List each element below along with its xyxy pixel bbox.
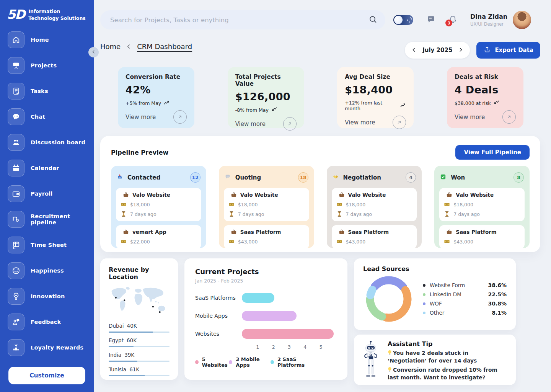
sidebar-item-loyalty-rewards[interactable]: Loyalty Rewards (8, 339, 86, 356)
view-more-arrow-button[interactable] (173, 110, 187, 124)
location-bar-track (109, 361, 170, 362)
assistant-tip-card: Assistant Tip You have 2 deals stuck in … (354, 335, 516, 385)
deal-card[interactable]: Saas Platform$43,000 (224, 225, 309, 248)
sidebar-item-label: Time Sheet (31, 242, 67, 248)
deal-card[interactable]: Valo Website$18,0007 days ago (116, 188, 201, 221)
customize-button[interactable]: Customize (8, 367, 85, 384)
revenue-by-location-card: Revenue by Location (100, 258, 178, 380)
legend-dot (423, 312, 425, 314)
briefcase-icon (446, 192, 452, 198)
sidebar-item-payroll[interactable]: Payroll (8, 185, 86, 202)
deal-card[interactable]: Valo Website$18,0007 days ago (332, 188, 417, 221)
view-full-pipeline-button[interactable]: View Full Pipeline (455, 145, 530, 160)
stat-title: Deals at Risk (455, 74, 516, 80)
stat-value: 42% (126, 84, 187, 96)
calendar-icon (8, 160, 24, 176)
sidebar-item-projects[interactable]: Projects (8, 57, 86, 74)
deal-card[interactable]: Valo Website$18,0007 days ago (439, 188, 525, 221)
search-icon[interactable] (368, 15, 378, 25)
speech-icon (225, 174, 232, 181)
deal-card[interactable]: Valo Website$18,0007 days ago (224, 188, 309, 221)
projects-legend: 5 Websites3 Mobile Apps2 SaaS Platforms (195, 356, 320, 368)
location-value: 40K (127, 323, 137, 329)
user-menu[interactable]: Dina Zidan UX/UI Designer (470, 13, 507, 27)
column-name: Contacted (127, 174, 187, 181)
sidebar-item-chat[interactable]: Chat (8, 108, 86, 125)
sidebar-item-label: Projects (31, 62, 57, 69)
briefcase-icon (446, 229, 452, 235)
view-more-link[interactable]: View more (455, 114, 485, 121)
deal-card[interactable]: Saas Platform$43,000 (332, 225, 417, 248)
brand: 5D Information Technology Solutions (0, 7, 94, 21)
search-bar (100, 10, 385, 29)
hourglass-icon (121, 211, 127, 217)
robot-illustration (359, 340, 383, 381)
location-value: 61K (129, 366, 139, 372)
innovation-icon (8, 288, 24, 305)
month-next-button[interactable] (455, 45, 466, 56)
sidebar-item-calendar[interactable]: Calendar (8, 160, 86, 176)
breadcrumb-home[interactable]: Home (100, 42, 121, 51)
search-input[interactable] (110, 16, 368, 24)
topbar: 3 Dina Zidan UX/UI Designer (100, 10, 540, 29)
location-bar-track (109, 375, 170, 376)
money-icon (121, 238, 127, 245)
location-row-india: India39K (109, 352, 170, 362)
view-more-arrow-button[interactable] (393, 116, 406, 129)
project-bar (242, 311, 297, 321)
sidebar-item-happiness[interactable]: Happiness (8, 262, 86, 279)
project-bar (242, 329, 334, 339)
stat-delta: -8% from May (235, 107, 297, 113)
dark-mode-toggle[interactable] (393, 15, 413, 25)
month-prev-button[interactable] (409, 45, 419, 56)
sidebar-collapse-button[interactable] (88, 47, 99, 57)
sidebar-item-label: Tasks (31, 88, 48, 94)
deal-name: Saas Platform (348, 229, 389, 235)
deal-value: $18,000 (453, 202, 473, 207)
hourglass-icon (336, 211, 342, 217)
sidebar-item-discussion-board[interactable]: Discussion board (8, 134, 86, 151)
sidebar-item-label: Discussion board (31, 139, 85, 145)
sidebar-nav: HomeProjectsTasksChatDiscussion boardCal… (0, 31, 94, 363)
column-count-badge: 4 (406, 172, 416, 183)
view-more-arrow-button[interactable] (502, 110, 516, 124)
export-data-button[interactable]: Export Data (476, 42, 540, 59)
lead-sources-legend: Website Form38.6%LinkedIn DM22.5%WOF30.8… (423, 282, 507, 316)
view-more-link[interactable]: View more (345, 119, 375, 126)
sidebar-item-home[interactable]: Home (8, 31, 86, 48)
deal-card[interactable]: Saas Platform$43,000 (439, 225, 525, 248)
woncheck-icon (440, 174, 447, 181)
donut-segment-other (370, 290, 372, 295)
sidebar-item-time-sheet[interactable]: Time Sheet (8, 237, 86, 253)
column-count-badge: 8 (514, 172, 524, 183)
lead-source-percentage: 22.5% (488, 291, 507, 297)
sidebar-item-tasks[interactable]: Tasks (8, 83, 86, 100)
chevron-left-icon (126, 44, 132, 49)
x-tick-label: 2 (272, 344, 275, 350)
avatar[interactable] (513, 11, 531, 29)
view-more-arrow-button[interactable] (283, 117, 297, 131)
stat-card-avg-deal-size: Avg Deal Size$18,400+12% from last month… (337, 67, 414, 128)
revenue-title: Revenue by Location (109, 266, 170, 281)
sidebar-item-label: Payroll (31, 191, 52, 197)
lead-legend-row-wof: WOF30.8% (423, 301, 507, 307)
stat-title: Avg Deal Size (345, 74, 406, 80)
deal-name: Valo Website (240, 192, 278, 198)
x-tick-label: 1 (256, 344, 259, 350)
view-more-link[interactable]: View more (235, 121, 266, 127)
breadcrumb-current[interactable]: CRM Dashboard (137, 42, 192, 51)
sidebar-item-recruitment-pipeline[interactable]: Recruitment pipeline (8, 211, 86, 228)
sidebar-item-label: Calendar (31, 165, 59, 171)
projects-bar-chart: SaaS PlatformsMobile AppsWebsites (195, 293, 337, 339)
sidebar-item-innovation[interactable]: Innovation (8, 288, 86, 305)
lead-sources-title: Lead Sources (363, 265, 507, 273)
stat-title: Conversion Rate (126, 74, 187, 80)
deal-name: Valo Website (132, 192, 170, 198)
view-more-link[interactable]: View more (126, 114, 156, 121)
notifications-bell-icon[interactable]: 3 (448, 15, 458, 25)
messages-icon[interactable] (426, 15, 436, 25)
pipeline-column-negotiation: Negotiation4Valo Website$18,0007 days ag… (327, 166, 422, 248)
sidebar-item-feedback[interactable]: Feedback (8, 314, 86, 330)
deal-card[interactable]: vemart App$22,000 (116, 225, 201, 248)
deal-value: $18,000 (130, 202, 150, 207)
